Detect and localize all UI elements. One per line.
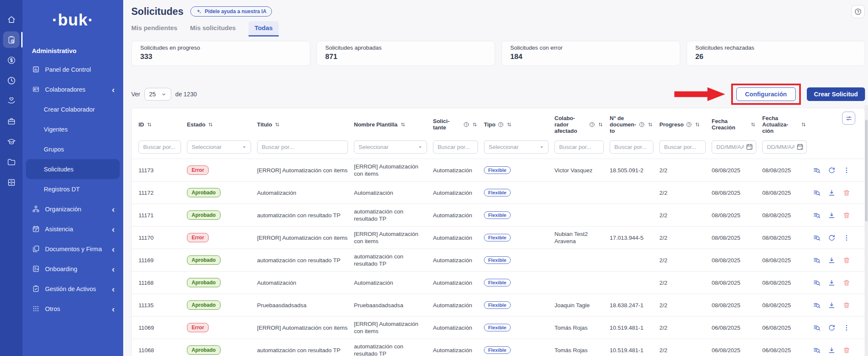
filter-text-input[interactable]	[139, 140, 181, 154]
rail-item-briefcase-icon[interactable]	[0, 111, 23, 132]
scrollbar[interactable]	[865, 105, 868, 356]
filter-text-input[interactable]	[433, 140, 478, 154]
column-help-icon[interactable]	[639, 121, 645, 128]
rail-item-dollar-circle-icon[interactable]	[0, 50, 23, 70]
estado-pill: Aprobado	[187, 188, 221, 197]
search-log-icon[interactable]	[813, 166, 821, 174]
column-help-icon[interactable]	[463, 121, 469, 128]
trash-icon[interactable]	[843, 211, 851, 219]
sidebar-item-grupos[interactable]: Grupos	[26, 139, 120, 159]
ai-help-badge[interactable]: Pídele ayuda a nuestra IA	[190, 6, 272, 17]
filter-select[interactable]: Seleccionar	[354, 140, 427, 154]
search-log-icon[interactable]	[813, 211, 821, 219]
filter-text-input[interactable]	[257, 140, 348, 154]
sort-icon[interactable]	[694, 121, 701, 128]
column-help-icon[interactable]	[589, 121, 595, 128]
column-settings-button[interactable]	[842, 112, 855, 125]
sort-icon[interactable]	[207, 121, 214, 128]
search-log-icon[interactable]	[813, 301, 821, 309]
kebab-icon[interactable]	[843, 234, 851, 242]
page-size-select[interactable]: 25	[144, 88, 171, 101]
search-log-icon[interactable]	[813, 189, 821, 197]
sidebar-item-documentos-y-firma[interactable]: Documentos y Firma ‹	[26, 239, 120, 259]
search-log-icon[interactable]	[813, 256, 821, 264]
tab-mis-pendientes[interactable]: Mis pendientes	[131, 21, 177, 36]
configuracion-button[interactable]: Configuración	[736, 87, 796, 101]
cell-progreso: 2/2	[659, 235, 712, 241]
documents-icon	[32, 245, 40, 253]
download-icon[interactable]	[828, 211, 836, 219]
retry-icon[interactable]	[828, 166, 836, 174]
search-log-icon[interactable]	[813, 346, 821, 354]
rail-item-hand-heart-icon[interactable]	[0, 91, 23, 111]
filter-cell	[257, 140, 354, 154]
sidebar-item-onboarding[interactable]: Onboarding ‹	[26, 259, 120, 279]
rail-item-cabinet-icon[interactable]	[0, 172, 23, 193]
sidebar-item-organizaci-n[interactable]: Organización ‹	[26, 199, 120, 219]
cell-tipo: Flexible	[484, 279, 554, 286]
kebab-icon[interactable]	[843, 324, 851, 332]
column-help-icon[interactable]	[686, 121, 692, 128]
download-icon[interactable]	[828, 279, 836, 287]
download-icon[interactable]	[828, 256, 836, 264]
sidebar-item-vigentes[interactable]: Vigentes	[26, 119, 120, 139]
cell-progreso: 2/2	[659, 212, 712, 219]
sidebar-item-registros-dt[interactable]: Registros DT	[26, 179, 120, 199]
scrollbar-thumb[interactable]	[865, 120, 868, 221]
download-icon[interactable]	[828, 346, 836, 354]
sort-icon[interactable]	[146, 121, 153, 128]
clipboard-clock-icon	[7, 35, 16, 45]
filter-select[interactable]: Seleccionar	[484, 140, 549, 154]
calendar-icon[interactable]	[746, 143, 753, 151]
retry-icon[interactable]	[828, 324, 836, 332]
sort-icon[interactable]	[800, 121, 807, 128]
sidebar-item-solicitudes[interactable]: Solicitudes	[26, 159, 120, 179]
sort-icon[interactable]	[506, 121, 512, 128]
rail-item-clock-icon[interactable]	[0, 70, 23, 91]
kebab-icon[interactable]	[843, 166, 851, 174]
table-row-11068: 11068 Aprobado automatización con result…	[132, 339, 865, 356]
sort-icon[interactable]	[472, 121, 478, 128]
sort-icon[interactable]	[274, 121, 280, 128]
tab-mis-solicitudes[interactable]: Mis solicitudes	[190, 21, 236, 36]
rail-item-folder-icon[interactable]	[0, 152, 23, 172]
trash-icon[interactable]	[843, 189, 851, 197]
trash-icon[interactable]	[843, 279, 851, 287]
trash-icon[interactable]	[843, 301, 851, 309]
cell-estado: Aprobado	[187, 345, 257, 355]
retry-icon[interactable]	[828, 234, 836, 242]
sidebar-item-otros[interactable]: Otros ‹	[26, 299, 120, 319]
tipo-pill: Flexible	[484, 324, 511, 331]
rail-item-home-icon[interactable]	[0, 9, 23, 30]
crear-solicitud-button[interactable]: Crear Solicitud	[807, 87, 865, 101]
download-icon[interactable]	[828, 189, 836, 197]
filter-text-input[interactable]	[659, 140, 706, 154]
sidebar-item-asistencia[interactable]: Asistencia ‹	[26, 219, 120, 239]
column-help-icon[interactable]	[498, 121, 504, 128]
sort-icon[interactable]	[597, 121, 604, 128]
sidebar-item-gesti-n-de-activos[interactable]: Gestión de Activos ‹	[26, 279, 120, 299]
sidebar-item-panel-de-control[interactable]: Panel de Control	[26, 59, 120, 79]
rail-item-graduation-cap-icon[interactable]	[0, 132, 23, 152]
toolbar-actions: Configuración Crear Solicitud	[673, 84, 865, 105]
sidebar-item-crear-colaborador[interactable]: Crear Colaborador	[26, 99, 120, 119]
filter-select[interactable]: Seleccionar	[187, 140, 251, 154]
filter-text-input[interactable]	[610, 140, 653, 154]
search-log-icon[interactable]	[813, 234, 821, 242]
tab-todas[interactable]: Todas	[249, 21, 279, 36]
calendar-icon[interactable]	[796, 143, 804, 151]
sidebar-item-colaboradores[interactable]: Colaboradores ‹	[26, 79, 120, 99]
search-log-icon[interactable]	[813, 324, 821, 332]
trash-icon[interactable]	[843, 256, 851, 264]
download-icon[interactable]	[828, 301, 836, 309]
search-log-icon[interactable]	[813, 279, 821, 287]
trash-icon[interactable]	[843, 346, 851, 354]
rail-item-clipboard-clock-icon[interactable]	[0, 30, 23, 50]
graduation-cap-icon	[7, 137, 16, 146]
sort-icon[interactable]	[647, 121, 653, 128]
help-button[interactable]	[851, 5, 865, 18]
filter-text-input[interactable]	[554, 140, 604, 154]
sort-icon[interactable]	[400, 121, 406, 128]
sort-icon[interactable]	[750, 121, 756, 128]
onboarding-icon	[32, 265, 40, 273]
